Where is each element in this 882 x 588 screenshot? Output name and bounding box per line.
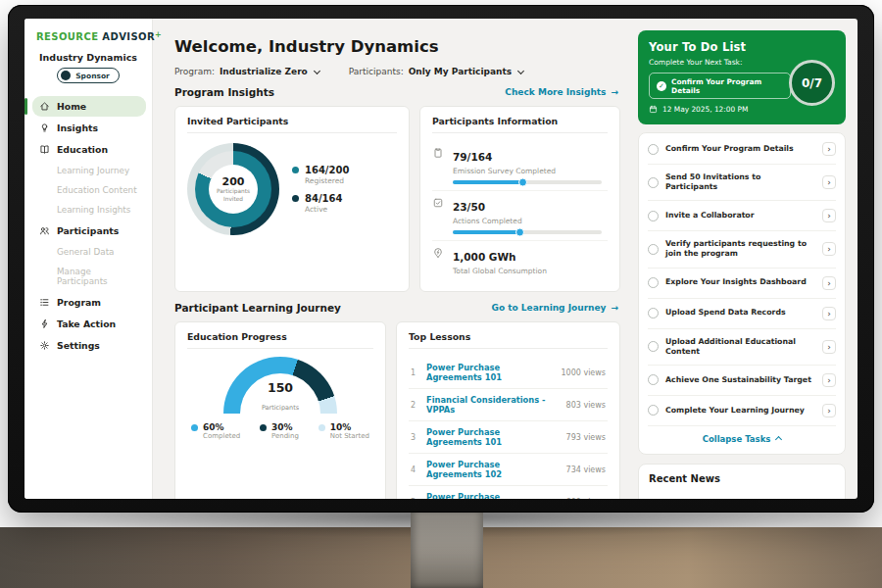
task-label: Confirm Your Program Details xyxy=(665,144,815,154)
sidebar-item-participants[interactable]: Participants xyxy=(32,220,146,241)
progress-fill xyxy=(453,230,521,234)
task-label: Explore Your Insights Dashboard xyxy=(665,277,815,287)
next-task-chip[interactable]: ✓ Confirm Your Program Details xyxy=(649,73,791,99)
task-checkbox[interactable] xyxy=(648,308,659,318)
lesson-row: 4 Power Purchase Agreements 102 734 view… xyxy=(409,454,608,486)
sidebar-item-home[interactable]: Home xyxy=(32,96,146,117)
task-row[interactable]: Send 50 Invitations to Participants › xyxy=(648,165,836,201)
stat-value: 1,000 GWh xyxy=(453,251,516,263)
lesson-link[interactable]: Financial Considerations - VPPAs xyxy=(426,395,559,415)
task-label: Verify participants requesting to join t… xyxy=(665,239,815,259)
legend-item-registered: 164/200 Registered xyxy=(292,165,349,185)
sidebar-item-settings[interactable]: Settings xyxy=(32,335,146,356)
task-checkbox[interactable] xyxy=(648,144,659,155)
task-row[interactable]: Explore Your Insights Dashboard › xyxy=(648,269,836,299)
task-row[interactable]: Verify participants requesting to join t… xyxy=(648,231,836,268)
check-more-insights-link[interactable]: Check More Insights → xyxy=(505,87,618,97)
sidebar-item-manage-participants[interactable]: Manage Participants xyxy=(32,262,146,291)
task-row[interactable]: Upload Spend Data Records › xyxy=(648,299,836,329)
sponsor-badge[interactable]: Sponsor xyxy=(57,68,120,83)
task-chevron-button[interactable]: › xyxy=(822,242,836,256)
sidebar-item-insights[interactable]: Insights xyxy=(32,118,146,138)
lesson-views: 1000 views xyxy=(562,368,607,377)
education-progress-card: Education Progress 150 Participants xyxy=(174,321,386,499)
lesson-link[interactable]: Power Purchase Agreements 102 xyxy=(426,460,559,479)
lesson-link[interactable]: Power Purchase Agreements 101 xyxy=(426,427,559,447)
sidebar-item-label: Insights xyxy=(57,122,98,133)
chevron-down-icon xyxy=(517,67,524,74)
participants-information-title: Participants Information xyxy=(432,116,608,133)
legend-item-pending: 30% Pending xyxy=(260,422,299,440)
main-content: Welcome, Industry Dynamics Program: Indu… xyxy=(153,19,632,499)
participants-filter-value: Only My Participants xyxy=(409,67,512,76)
task-chevron-button[interactable]: › xyxy=(822,340,836,354)
task-chevron-button[interactable]: › xyxy=(822,276,836,290)
lesson-link[interactable]: Power Purchase Agreements 103 xyxy=(426,492,559,499)
dashboard-screen: RESOURCE ADVISOR+ Industry Dynamics Spon… xyxy=(24,19,858,499)
sidebar-item-education[interactable]: Education xyxy=(32,139,146,160)
home-icon xyxy=(39,101,50,112)
sidebar-item-education-content[interactable]: Education Content xyxy=(32,180,146,200)
task-label: Achieve One Sustainability Target xyxy=(665,375,815,385)
task-row[interactable]: Upload Additional Educational Content › xyxy=(648,329,836,366)
stat-global-consumption: 1,000 GWh Total Global Consumption xyxy=(432,240,608,281)
sidebar-nav: Home Insights Education Learn xyxy=(24,95,152,357)
task-label: Invite a Collaborator xyxy=(665,211,815,220)
task-checkbox[interactable] xyxy=(648,211,659,221)
task-checkbox[interactable] xyxy=(648,244,659,255)
task-row[interactable]: Confirm Your Program Details › xyxy=(648,134,836,165)
sidebar-item-learning-insights[interactable]: Learning Insights xyxy=(32,200,146,220)
task-checkbox[interactable] xyxy=(648,341,659,352)
task-chevron-button[interactable]: › xyxy=(822,404,836,417)
collapse-tasks-button[interactable]: Collapse Tasks xyxy=(648,426,836,453)
legend-dot xyxy=(260,424,267,431)
sidebar-item-label: Settings xyxy=(57,340,100,351)
brand-logo: RESOURCE ADVISOR+ xyxy=(24,30,152,42)
legend-dot xyxy=(191,424,198,431)
check-more-insights-label: Check More Insights xyxy=(505,87,606,97)
stat-label: Total Global Consumption xyxy=(453,267,608,275)
sidebar-item-take-action[interactable]: Take Action xyxy=(32,314,146,334)
invited-participants-title: Invited Participants xyxy=(187,116,397,133)
task-row[interactable]: Invite a Collaborator › xyxy=(648,201,836,231)
lesson-link[interactable]: Power Purchase Agreements 101 xyxy=(426,363,554,382)
sidebar-item-learning-journey[interactable]: Learning Journey xyxy=(32,161,146,180)
sidebar-item-program[interactable]: Program xyxy=(32,292,146,313)
task-checkbox[interactable] xyxy=(648,405,659,416)
gauge-center: 150 Participants xyxy=(223,381,337,414)
task-chevron-button[interactable]: › xyxy=(822,307,836,320)
task-chevron-button[interactable]: › xyxy=(822,373,836,387)
lesson-rank: 1 xyxy=(411,368,418,377)
task-label: Send 50 Invitations to Participants xyxy=(665,172,815,192)
education-progress-title: Education Progress xyxy=(187,331,373,349)
task-checkbox[interactable] xyxy=(648,374,659,385)
go-to-learning-journey-link[interactable]: Go to Learning Journey → xyxy=(492,303,618,313)
task-row[interactable]: Complete Your Learning Journey › xyxy=(648,396,836,426)
legend-label: Registered xyxy=(305,176,349,185)
task-row[interactable]: Achieve One Sustainability Target › xyxy=(648,366,836,396)
sidebar-item-label: Participants xyxy=(57,225,119,236)
task-chevron-button[interactable]: › xyxy=(822,209,836,222)
task-checkbox[interactable] xyxy=(648,277,659,288)
todo-progress-value: 0/7 xyxy=(802,76,822,90)
lightning-icon xyxy=(39,318,50,329)
lesson-rank: 3 xyxy=(411,433,418,442)
org-name: Industry Dynamics xyxy=(24,52,152,63)
legend-value: 60% xyxy=(203,422,240,432)
legend-label: Completed xyxy=(203,432,240,440)
recent-news-card: Recent News xyxy=(638,464,846,499)
program-insights-cards: Invited Participants 200 Participants In… xyxy=(174,106,620,292)
stat-label: Actions Completed xyxy=(453,217,608,225)
check-square-icon xyxy=(432,196,445,234)
collapse-tasks-label: Collapse Tasks xyxy=(703,434,771,444)
sidebar-item-general-data[interactable]: General Data xyxy=(32,242,146,262)
next-task-due-text: 12 May 2025, 12:00 PM xyxy=(662,105,748,114)
task-chevron-button[interactable]: › xyxy=(822,175,836,189)
lesson-rank: 2 xyxy=(411,401,418,410)
task-chevron-button[interactable]: › xyxy=(822,142,836,156)
program-filter-dropdown[interactable]: Program: Industrialize Zero xyxy=(174,67,319,76)
lesson-row: 2 Financial Considerations - VPPAs 803 v… xyxy=(409,389,608,421)
task-checkbox[interactable] xyxy=(648,177,659,188)
participants-filter-dropdown[interactable]: Participants: Only My Participants xyxy=(349,67,523,76)
sidebar-item-label: Take Action xyxy=(57,318,116,329)
